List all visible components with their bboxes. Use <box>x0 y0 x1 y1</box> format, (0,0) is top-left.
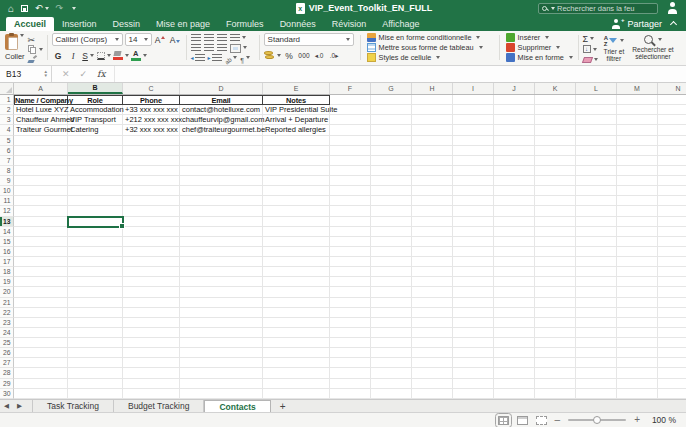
cell-N1[interactable] <box>658 95 686 105</box>
cell-F29[interactable] <box>330 379 371 389</box>
cell-B23[interactable] <box>68 318 123 328</box>
cell-C24[interactable] <box>123 328 180 338</box>
cell-I15[interactable] <box>453 237 494 247</box>
column-header-N[interactable]: N <box>658 83 686 94</box>
cell-J7[interactable] <box>494 156 535 166</box>
cell-C4[interactable]: +32 xxx xxx xxx <box>123 125 180 135</box>
cell-H24[interactable] <box>412 328 453 338</box>
cell-K8[interactable] <box>535 166 576 176</box>
column-header-H[interactable]: H <box>412 83 453 94</box>
cell-I4[interactable] <box>453 125 494 135</box>
delete-cells-button[interactable]: Supprimer <box>506 43 574 53</box>
increase-indent-icon[interactable] <box>208 54 222 61</box>
format-cells-button[interactable]: Mise en forme <box>506 52 574 62</box>
cell-D6[interactable] <box>180 146 263 156</box>
cell-K27[interactable] <box>535 358 576 368</box>
ribbon-tab-insertion[interactable]: Insertion <box>54 17 105 31</box>
cell-M21[interactable] <box>617 298 658 308</box>
cell-N9[interactable] <box>658 176 686 186</box>
cell-I27[interactable] <box>453 358 494 368</box>
cell-D7[interactable] <box>180 156 263 166</box>
cell-D14[interactable] <box>180 227 263 237</box>
cell-I1[interactable] <box>453 95 494 105</box>
cell-C15[interactable] <box>123 237 180 247</box>
cell-K17[interactable] <box>535 257 576 267</box>
increase-decimal-icon[interactable] <box>313 49 326 62</box>
row-header-22[interactable]: 22 <box>0 308 14 318</box>
fill-color-icon[interactable] <box>113 49 129 62</box>
font-size-select[interactable]: 14 <box>125 33 152 46</box>
cell-N19[interactable] <box>658 277 686 287</box>
cell-C14[interactable] <box>123 227 180 237</box>
cell-A30[interactable] <box>14 389 68 399</box>
cell-H29[interactable] <box>412 379 453 389</box>
cell-D1[interactable]: Email <box>180 95 263 105</box>
cell-J1[interactable] <box>494 95 535 105</box>
decrease-decimal-icon[interactable] <box>328 49 341 62</box>
cell-K9[interactable] <box>535 176 576 186</box>
cell-N14[interactable] <box>658 227 686 237</box>
cell-M6[interactable] <box>617 146 658 156</box>
cell-J14[interactable] <box>494 227 535 237</box>
cell-N20[interactable] <box>658 287 686 297</box>
cell-A27[interactable] <box>14 358 68 368</box>
share-button[interactable]: Partager <box>627 19 662 29</box>
cell-L4[interactable] <box>576 125 617 135</box>
row-header-27[interactable]: 27 <box>0 358 14 368</box>
cell-K23[interactable] <box>535 318 576 328</box>
cell-H3[interactable] <box>412 115 453 125</box>
row-header-9[interactable]: 9 <box>0 176 14 186</box>
cancel-icon[interactable]: ✕ <box>62 69 70 79</box>
row-header-24[interactable]: 24 <box>0 328 14 338</box>
add-sheet-button[interactable]: + <box>271 400 295 412</box>
cell-D25[interactable] <box>180 338 263 348</box>
cell-E26[interactable] <box>263 348 330 358</box>
cell-I16[interactable] <box>453 247 494 257</box>
cell-H17[interactable] <box>412 257 453 267</box>
cell-J23[interactable] <box>494 318 535 328</box>
cell-I14[interactable] <box>453 227 494 237</box>
cell-K19[interactable] <box>535 277 576 287</box>
cell-K22[interactable] <box>535 308 576 318</box>
cell-M28[interactable] <box>617 368 658 378</box>
cell-I23[interactable] <box>453 318 494 328</box>
cell-I17[interactable] <box>453 257 494 267</box>
cell-A2[interactable]: Hotel Luxe XYZ <box>14 105 68 115</box>
cell-E17[interactable] <box>263 257 330 267</box>
cell-C11[interactable] <box>123 196 180 206</box>
cell-C7[interactable] <box>123 156 180 166</box>
cell-C5[interactable] <box>123 136 180 146</box>
cell-N5[interactable] <box>658 136 686 146</box>
cell-A14[interactable] <box>14 227 68 237</box>
cell-M8[interactable] <box>617 166 658 176</box>
number-format-select[interactable]: Standard <box>264 33 354 46</box>
cell-G10[interactable] <box>371 186 412 196</box>
cell-I2[interactable] <box>453 105 494 115</box>
cell-A26[interactable] <box>14 348 68 358</box>
name-box-spinner[interactable]: ▲▼ <box>44 70 48 78</box>
cell-B4[interactable]: Catering <box>68 125 123 135</box>
cell-I8[interactable] <box>453 166 494 176</box>
cell-J2[interactable] <box>494 105 535 115</box>
cell-E22[interactable] <box>263 308 330 318</box>
cell-L21[interactable] <box>576 298 617 308</box>
ribbon-tab-affichage[interactable]: Affichage <box>374 17 427 31</box>
insert-function-icon[interactable]: fx <box>97 69 105 79</box>
cell-D3[interactable]: chauffeurvip@gmail.com <box>180 115 263 125</box>
cell-I28[interactable] <box>453 368 494 378</box>
cell-L19[interactable] <box>576 277 617 287</box>
cell-N18[interactable] <box>658 267 686 277</box>
cell-G23[interactable] <box>371 318 412 328</box>
cell-N4[interactable] <box>658 125 686 135</box>
cell-N15[interactable] <box>658 237 686 247</box>
cell-K10[interactable] <box>535 186 576 196</box>
cell-B5[interactable] <box>68 136 123 146</box>
row-header-1[interactable]: 1 <box>0 95 14 105</box>
cell-J12[interactable] <box>494 206 535 216</box>
cell-F24[interactable] <box>330 328 371 338</box>
cell-G4[interactable] <box>371 125 412 135</box>
cell-F15[interactable] <box>330 237 371 247</box>
cell-D11[interactable] <box>180 196 263 206</box>
cell-L9[interactable] <box>576 176 617 186</box>
text-direction-icon[interactable] <box>240 49 250 67</box>
